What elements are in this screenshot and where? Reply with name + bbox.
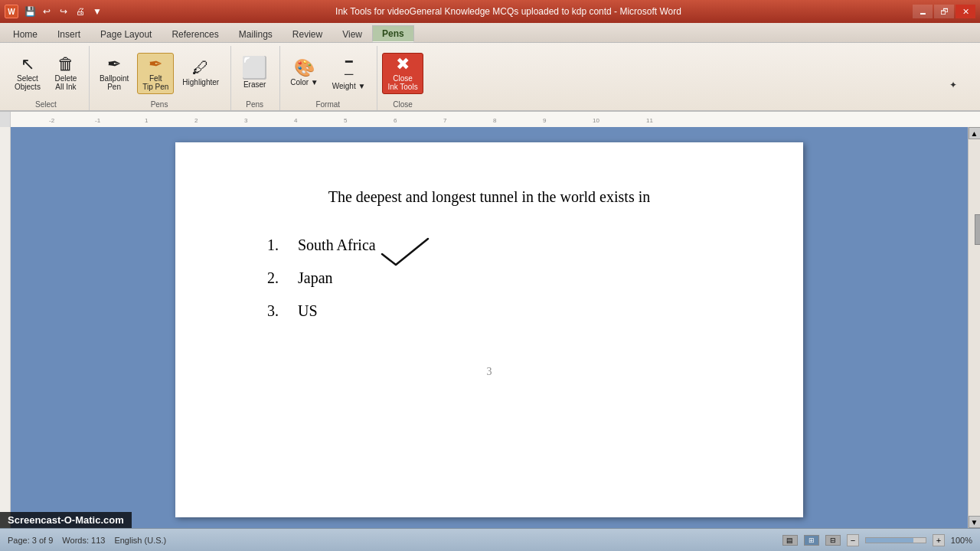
format-group-label: Format	[285, 100, 371, 110]
screencast-watermark: Screencast-O-Matic.com	[0, 512, 132, 528]
language: English (U.S.)	[114, 536, 166, 545]
delete-ink-icon: 🗑	[57, 56, 74, 73]
pens-group-label: Pens	[94, 100, 224, 110]
select-objects-icon: ↖	[21, 56, 34, 73]
svg-text:2: 2	[194, 117, 198, 124]
answer-item-3: 3. US	[267, 302, 742, 320]
scroll-area[interactable]: The deepest and longest tunnel in the wo…	[11, 127, 968, 528]
color-icon: 🎨	[294, 60, 315, 77]
select-group-buttons: ↖ SelectObjects 🗑 DeleteAll Ink	[9, 46, 83, 100]
scroll-thumb[interactable]	[975, 214, 981, 245]
svg-text:4: 4	[294, 117, 298, 124]
tab-mailings[interactable]: Mailings	[229, 25, 283, 42]
tab-insert[interactable]: Insert	[47, 25, 90, 42]
felt-tip-pen-icon: ✒	[149, 56, 162, 73]
save-qa-button[interactable]: 💾	[23, 5, 37, 18]
answer-item-1: 1. South Africa	[267, 236, 742, 254]
weight-icon: ━─	[345, 56, 353, 80]
ribbon-group-format: 🎨 Color ▼ ━─ Weight ▼ Format	[282, 46, 377, 110]
ruler-area: -2 -1 1 2 3 4 5 6 7 8 9 10 11	[0, 112, 980, 127]
quick-access-toolbar: 💾 ↩ ↪ 🖨 ▼	[23, 5, 104, 18]
select-group-label: Select	[9, 100, 83, 110]
horizontal-ruler: -2 -1 1 2 3 4 5 6 7 8 9 10 11	[11, 112, 980, 127]
answer-text-2: Japan	[298, 269, 333, 287]
tab-home[interactable]: Home	[3, 25, 47, 42]
weight-button[interactable]: ━─ Weight ▼	[327, 53, 371, 93]
window-title: Ink Tools for videoGeneral Knowledge MCQ…	[104, 6, 913, 17]
eraser-group-buttons: ⬜ Eraser	[236, 46, 273, 100]
svg-text:3: 3	[244, 117, 248, 124]
svg-text:7: 7	[443, 117, 447, 124]
titlebar: W 💾 ↩ ↪ 🖨 ▼ Ink Tools for videoGeneral K…	[0, 0, 980, 23]
answer-item-2: 2. Japan	[267, 269, 742, 287]
scroll-up-button[interactable]: ▲	[969, 127, 981, 139]
answer-num-3: 3.	[267, 302, 290, 320]
close-ink-icon: ✖	[396, 56, 410, 73]
ribbon-group-close: ✖ CloseInk Tools Close	[379, 46, 429, 110]
delete-all-ink-button[interactable]: 🗑 DeleteAll Ink	[49, 53, 83, 94]
highlighter-button[interactable]: 🖊 Highlighter	[177, 57, 224, 90]
vertical-ruler	[0, 127, 11, 528]
svg-text:8: 8	[493, 117, 497, 124]
word-app-icon: W	[5, 5, 18, 18]
felt-tip-pen-button[interactable]: ✒ FeltTip Pen	[137, 53, 174, 94]
statusbar: Page: 3 of 9 Words: 113 English (U.S.) ▤…	[0, 528, 980, 551]
close-group-buttons: ✖ CloseInk Tools	[382, 46, 423, 100]
titlebar-left: W 💾 ↩ ↪ 🖨 ▼	[5, 5, 104, 18]
zoom-out-button[interactable]: −	[847, 534, 859, 546]
word-count: Words: 113	[62, 536, 105, 545]
minimize-button[interactable]: 🗕	[913, 5, 933, 18]
web-layout-button[interactable]: ⊟	[825, 535, 841, 546]
answer-num-2: 2.	[267, 269, 290, 287]
scroll-down-button[interactable]: ▼	[969, 516, 981, 528]
ribbon-group-eraser: ⬜ Eraser Pens	[233, 46, 280, 110]
restore-button[interactable]: 🗗	[934, 5, 954, 18]
highlighter-icon: 🖊	[192, 60, 209, 77]
zoom-level: 100%	[951, 536, 972, 545]
page-info: Page: 3 of 9	[8, 536, 53, 545]
svg-text:-2: -2	[49, 117, 55, 124]
svg-text:1: 1	[145, 117, 149, 124]
document-page: The deepest and longest tunnel in the wo…	[175, 142, 803, 517]
eraser-group-label: Pens	[236, 100, 273, 110]
answer-text-3: US	[298, 302, 318, 320]
tab-pens[interactable]: Pens	[372, 25, 414, 42]
ballpoint-pen-button[interactable]: ✒ BallpointPen	[94, 53, 134, 94]
full-reading-button[interactable]: ⊞	[804, 535, 819, 546]
tab-review[interactable]: Review	[283, 25, 332, 42]
zoom-fill	[866, 538, 913, 543]
svg-text:-1: -1	[95, 117, 101, 124]
ribbon-tabs: Home Insert Page Layout References Maili…	[0, 23, 980, 43]
ribbon-group-pens: ✒ BallpointPen ✒ FeltTip Pen 🖊 Highlight…	[91, 46, 231, 110]
close-ink-tools-button[interactable]: ✖ CloseInk Tools	[382, 53, 423, 94]
tab-references[interactable]: References	[162, 25, 228, 42]
ribbon: ↖ SelectObjects 🗑 DeleteAll Ink Select ✒…	[0, 43, 980, 112]
more-qa-button[interactable]: ▼	[90, 5, 104, 18]
answer-text-1: South Africa	[298, 236, 376, 254]
print-layout-button[interactable]: ▤	[782, 535, 798, 546]
svg-text:6: 6	[394, 117, 397, 124]
undo-qa-button[interactable]: ↩	[40, 5, 54, 18]
zoom-in-button[interactable]: +	[933, 534, 945, 546]
ruler-side-marker	[0, 112, 11, 127]
main-content: The deepest and longest tunnel in the wo…	[0, 127, 980, 528]
window-controls: 🗕 🗗 ✕	[913, 5, 975, 18]
tab-view[interactable]: View	[332, 25, 372, 42]
tab-page-layout[interactable]: Page Layout	[90, 25, 162, 42]
svg-text:5: 5	[344, 117, 348, 124]
statusbar-left: Page: 3 of 9 Words: 113 English (U.S.)	[8, 536, 166, 545]
statusbar-right: ▤ ⊞ ⊟ − + 100%	[782, 534, 972, 546]
close-button[interactable]: ✕	[956, 5, 975, 18]
zoom-bar	[865, 537, 926, 543]
select-objects-button[interactable]: ↖ SelectObjects	[9, 53, 46, 94]
color-button[interactable]: 🎨 Color ▼	[285, 57, 324, 90]
pens-group-buttons: ✒ BallpointPen ✒ FeltTip Pen 🖊 Highlight…	[94, 46, 224, 100]
redo-qa-button[interactable]: ↪	[57, 5, 70, 18]
eraser-icon: ⬜	[241, 57, 268, 79]
eraser-button[interactable]: ⬜ Eraser	[236, 54, 273, 92]
vertical-scrollbar[interactable]: ▲ ▼	[968, 127, 980, 528]
answer-num-1: 1.	[267, 236, 290, 254]
checkmark-annotation	[374, 233, 443, 271]
svg-text:11: 11	[646, 117, 653, 124]
print-qa-button[interactable]: 🖨	[74, 5, 87, 18]
